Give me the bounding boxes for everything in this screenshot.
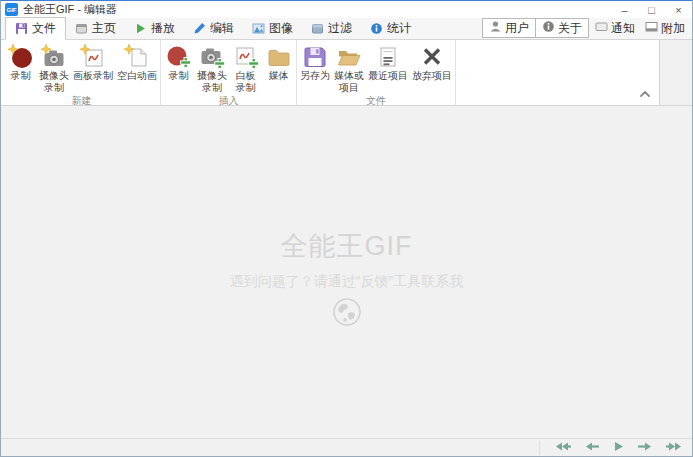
tab-label: 统计 xyxy=(387,20,411,37)
user-label: 用户 xyxy=(505,20,529,37)
group-label: 新建 xyxy=(4,94,159,107)
discard-project-button[interactable]: 放弃项目 xyxy=(410,42,454,94)
window-title: 全能王GIF - 编辑器 xyxy=(23,2,117,17)
first-frame-button[interactable] xyxy=(555,441,572,455)
last-frame-button[interactable] xyxy=(665,441,682,455)
ribbon-group-file: 另存为 媒体或 项目 最近项目 xyxy=(297,40,456,105)
home-icon xyxy=(75,22,88,35)
insert-camera-record-button[interactable]: 摄像头 录制 xyxy=(195,42,229,94)
open-media-project-button[interactable]: 媒体或 项目 xyxy=(332,42,366,94)
floppy-icon xyxy=(15,22,28,35)
skip-first-icon xyxy=(555,441,572,455)
pencil-icon xyxy=(193,22,206,35)
maximize-button[interactable]: □ xyxy=(638,1,665,18)
playback-bar xyxy=(1,438,692,456)
ribbon-filler xyxy=(660,40,692,106)
tabs: 文件 主页 播放 编辑 xyxy=(5,17,420,39)
tab-label: 过滤 xyxy=(328,20,352,37)
skip-last-icon xyxy=(665,441,682,455)
save-as-button[interactable]: 另存为 xyxy=(298,42,332,94)
attach-label: 附加 xyxy=(661,20,685,37)
blank-animation-button[interactable]: 空白动画 xyxy=(115,42,159,94)
tab-label: 播放 xyxy=(151,20,175,37)
watermark-subtitle: 遇到问题了？请通过“反馈”工具联系我 xyxy=(230,273,463,291)
board-record-button[interactable]: 画板录制 xyxy=(71,42,115,94)
next-frame-button[interactable] xyxy=(637,441,652,455)
notify-button[interactable]: 通知 xyxy=(591,20,639,37)
insert-media-button[interactable]: 媒体 xyxy=(262,42,295,94)
collapse-ribbon-button[interactable] xyxy=(637,88,653,102)
board-sparkle-icon xyxy=(79,43,107,70)
account-buttons: 用户 关于 xyxy=(482,18,589,38)
canvas-area: 全能王GIF 遇到问题了？请通过“反馈”工具联系我 xyxy=(1,106,692,438)
insert-whiteboard-record-button[interactable]: 白板 录制 xyxy=(229,42,262,94)
play-triangle-icon xyxy=(613,441,624,455)
tab-label: 文件 xyxy=(32,20,56,37)
record-sparkle-icon xyxy=(7,43,35,70)
arrow-right-icon xyxy=(637,441,652,455)
ribbon-tab-bar: 文件 主页 播放 编辑 xyxy=(1,18,692,40)
tab-label: 编辑 xyxy=(210,20,234,37)
discard-x-icon xyxy=(418,43,446,70)
blank-page-sparkle-icon xyxy=(123,43,151,70)
about-button[interactable]: 关于 xyxy=(535,19,588,37)
play-icon xyxy=(134,22,147,35)
info-icon xyxy=(370,22,383,35)
notification-icon xyxy=(595,20,608,36)
ribbon: 录制 摄像头 录制 画板录制 xyxy=(1,40,660,106)
app-window: GIF 全能王GIF - 编辑器 – □ × 文件 主页 xyxy=(0,0,693,457)
tab-stats[interactable]: 统计 xyxy=(361,17,420,39)
group-label: 文件 xyxy=(298,94,454,107)
board-plus-icon xyxy=(232,43,260,70)
attach-window-icon xyxy=(645,20,658,36)
tab-label: 图像 xyxy=(269,20,293,37)
chevron-up-icon xyxy=(638,88,652,103)
notify-label: 通知 xyxy=(611,20,635,37)
save-as-icon xyxy=(301,43,329,70)
group-label: 插入 xyxy=(162,94,295,107)
minimize-button[interactable]: – xyxy=(611,1,638,18)
globe-icon xyxy=(332,297,362,330)
tab-play[interactable]: 播放 xyxy=(125,17,184,39)
ribbon-group-new: 录制 摄像头 录制 画板录制 xyxy=(3,40,161,105)
open-folder-icon xyxy=(335,43,363,70)
camera-sparkle-icon xyxy=(40,43,68,70)
attach-button[interactable]: 附加 xyxy=(641,20,689,37)
about-label: 关于 xyxy=(558,20,582,37)
camera-record-button[interactable]: 摄像头 录制 xyxy=(37,42,71,94)
record-button[interactable]: 录制 xyxy=(4,42,37,94)
ribbon-row: 录制 摄像头 录制 画板录制 xyxy=(1,40,692,106)
close-button[interactable]: × xyxy=(665,1,692,18)
filter-icon xyxy=(311,22,324,35)
previous-frame-button[interactable] xyxy=(585,441,600,455)
arrow-left-icon xyxy=(585,441,600,455)
user-icon xyxy=(489,20,502,36)
recent-doc-icon xyxy=(374,43,402,70)
app-logo-icon: GIF xyxy=(5,3,18,16)
about-info-icon xyxy=(542,20,555,36)
play-button[interactable] xyxy=(613,441,624,455)
tab-file[interactable]: 文件 xyxy=(5,17,66,40)
window-controls: – □ × xyxy=(611,1,692,18)
title-bar: GIF 全能王GIF - 编辑器 – □ × xyxy=(1,1,692,18)
insert-record-button[interactable]: 录制 xyxy=(162,42,195,94)
playback-separator xyxy=(539,441,540,455)
watermark-title: 全能王GIF xyxy=(281,228,413,264)
tab-edit[interactable]: 编辑 xyxy=(184,17,243,39)
folder-icon xyxy=(265,43,293,70)
tab-home[interactable]: 主页 xyxy=(66,17,125,39)
ribbon-group-insert: 录制 摄像头 录制 白板 xyxy=(161,40,297,105)
recent-projects-button[interactable]: 最近项目 xyxy=(366,42,410,94)
image-icon xyxy=(252,22,265,35)
user-button[interactable]: 用户 xyxy=(483,19,535,37)
tab-filter[interactable]: 过滤 xyxy=(302,17,361,39)
tab-label: 主页 xyxy=(92,20,116,37)
record-plus-icon xyxy=(165,43,193,70)
tab-image[interactable]: 图像 xyxy=(243,17,302,39)
account-bar: 用户 关于 通知 附加 xyxy=(482,17,692,39)
camera-plus-icon xyxy=(198,43,226,70)
